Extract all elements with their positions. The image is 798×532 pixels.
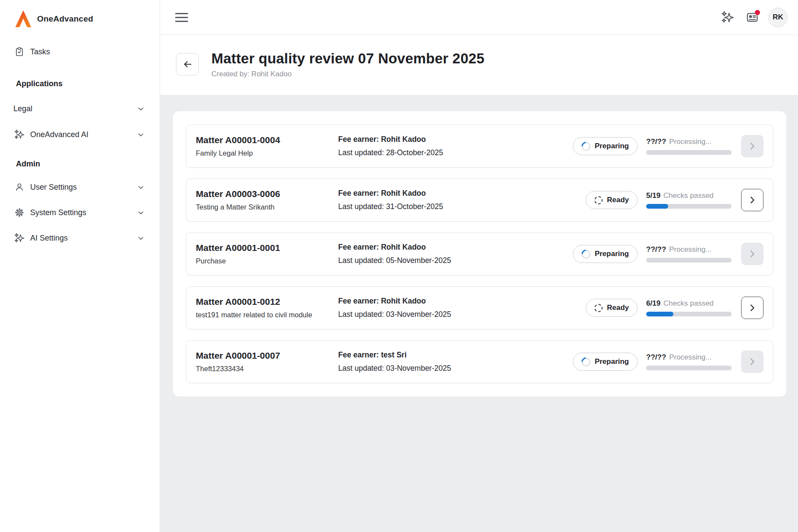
page-header: Matter quality review 07 November 2025 C… (160, 35, 798, 95)
brand-logo: OneAdvanced (14, 9, 160, 28)
chevron-right-icon (747, 141, 757, 151)
matter-last-updated: Last updated: 03-November-2025 (338, 364, 451, 373)
matter-card: Matter A00001-0001 Purchase Fee earner: … (186, 232, 773, 275)
menu-hamburger-button[interactable] (175, 12, 190, 23)
spinner-icon (579, 140, 592, 153)
progress-value: ??/?? (646, 245, 666, 254)
sparkles-icon (14, 233, 25, 243)
status-label: Preparing (595, 357, 629, 366)
progress-caption: Processing... (669, 245, 711, 254)
matter-description: Family Legal Help (196, 149, 338, 157)
chevron-down-icon (137, 234, 145, 242)
matter-last-updated: Last updated: 31-October-2025 (338, 202, 443, 211)
status-label: Preparing (595, 250, 629, 258)
matter-card: Matter A00003-0006 Testing a Matter Srik… (186, 178, 773, 222)
progress-section: ??/?? Processing... (646, 245, 732, 263)
progress-section: ??/?? Processing... (646, 353, 732, 370)
open-matter-button[interactable] (741, 243, 763, 265)
gear-icon (14, 207, 25, 218)
progress-bar (646, 258, 732, 263)
progress-fill (646, 312, 673, 316)
chevron-down-icon (137, 131, 145, 139)
brand-logo-icon (14, 9, 32, 28)
open-matter-button[interactable] (741, 135, 763, 157)
sidebar: OneAdvanced Tasks Applications Legal One… (0, 0, 160, 532)
main-area: RK Matter quality review 07 November 202… (160, 0, 798, 532)
progress-fill (646, 204, 668, 209)
spinner-icon (579, 355, 592, 368)
matter-fee-earner: Fee earner: Rohit Kadoo (338, 189, 443, 198)
sidebar-item-ai-settings[interactable]: AI Settings (0, 232, 160, 244)
sidebar-item-user-settings[interactable]: User Settings (0, 181, 160, 194)
open-matter-button[interactable] (741, 350, 763, 373)
brand-name: OneAdvanced (37, 14, 93, 24)
progress-caption: Checks passed (663, 191, 713, 200)
ai-assistant-button[interactable] (719, 9, 736, 26)
chevron-down-icon (137, 183, 145, 191)
sidebar-section-applications: Applications (16, 79, 160, 88)
topbar: RK (160, 0, 798, 35)
status-badge: Preparing (573, 245, 638, 263)
status-label: Preparing (595, 142, 629, 150)
progress-bar (646, 204, 732, 209)
status-badge: Ready (586, 299, 638, 317)
chevron-right-icon (747, 249, 757, 259)
sidebar-item-oneadvanced-ai[interactable]: OneAdvanced AI (0, 128, 160, 141)
progress-value: 6/19 (646, 299, 660, 308)
tasks-clipboard-icon (14, 47, 25, 57)
progress-bar (646, 366, 732, 370)
sidebar-item-legal[interactable]: Legal (0, 102, 160, 115)
progress-value: ??/?? (646, 353, 666, 362)
chevron-down-icon (137, 209, 145, 217)
progress-value: ??/?? (646, 138, 666, 146)
matter-description: Testing a Matter Srikanth (196, 203, 338, 211)
open-matter-button[interactable] (741, 189, 763, 211)
avatar[interactable]: RK (768, 8, 788, 27)
app-window: OneAdvanced Tasks Applications Legal One… (0, 0, 798, 532)
chevron-right-icon (747, 357, 757, 367)
matter-name: Matter A00001-0007 (196, 350, 338, 361)
matter-description: test191 matter related to civil module (196, 311, 338, 319)
user-icon (14, 182, 25, 192)
back-button[interactable] (176, 53, 199, 75)
matter-fee-earner: Fee earner: Rohit Kadoo (338, 135, 443, 144)
notification-dot (755, 10, 760, 15)
matter-fee-earner: Fee earner: Rohit Kadoo (338, 243, 451, 252)
chevron-down-icon (137, 105, 145, 113)
open-matter-button[interactable] (741, 297, 763, 319)
matter-card: Matter A00001-0012 test191 matter relate… (186, 286, 773, 329)
arrow-left-icon (182, 59, 193, 70)
status-label: Ready (607, 304, 629, 312)
matter-description: Theft12333434 (196, 365, 338, 373)
status-badge: Preparing (573, 137, 638, 155)
progress-section: 6/19 Checks passed (646, 299, 732, 316)
status-badge: Preparing (573, 353, 638, 371)
sparkles-icon (14, 129, 25, 140)
matters-panel: Matter A00001-0004 Family Legal Help Fee… (173, 111, 786, 397)
matter-card: Matter A00001-0004 Family Legal Help Fee… (186, 125, 773, 168)
sidebar-section-admin: Admin (16, 159, 160, 169)
notifications-button[interactable] (744, 9, 761, 26)
sparkles-icon (721, 11, 734, 24)
ready-circle-icon (594, 196, 603, 204)
status-label: Ready (607, 196, 629, 204)
progress-caption: Checks passed (663, 299, 713, 308)
page-title: Matter quality review 07 November 2025 (211, 50, 484, 67)
progress-caption: Processing... (669, 138, 711, 146)
status-badge: Ready (586, 191, 638, 209)
created-by: Created by: Rohit Kadoo (211, 70, 484, 78)
matter-last-updated: Last updated: 28-October-2025 (338, 148, 443, 157)
sidebar-item-system-settings[interactable]: System Settings (0, 206, 160, 219)
matter-last-updated: Last updated: 03-November-2025 (338, 310, 451, 319)
progress-bar (646, 312, 732, 316)
matter-description: Purchase (196, 257, 338, 265)
matter-fee-earner: Fee earner: test Sri (338, 350, 451, 360)
matter-last-updated: Last updated: 05-November-2025 (338, 256, 451, 265)
matter-name: Matter A00001-0001 (196, 243, 338, 253)
sidebar-item-tasks[interactable]: Tasks (0, 45, 160, 58)
content-area: Matter A00001-0004 Family Legal Help Fee… (160, 95, 798, 532)
matter-name: Matter A00003-0006 (196, 189, 338, 199)
matter-name: Matter A00001-0004 (196, 135, 338, 145)
spinner-icon (579, 247, 592, 260)
matter-fee-earner: Fee earner: Rohit Kadoo (338, 297, 451, 306)
